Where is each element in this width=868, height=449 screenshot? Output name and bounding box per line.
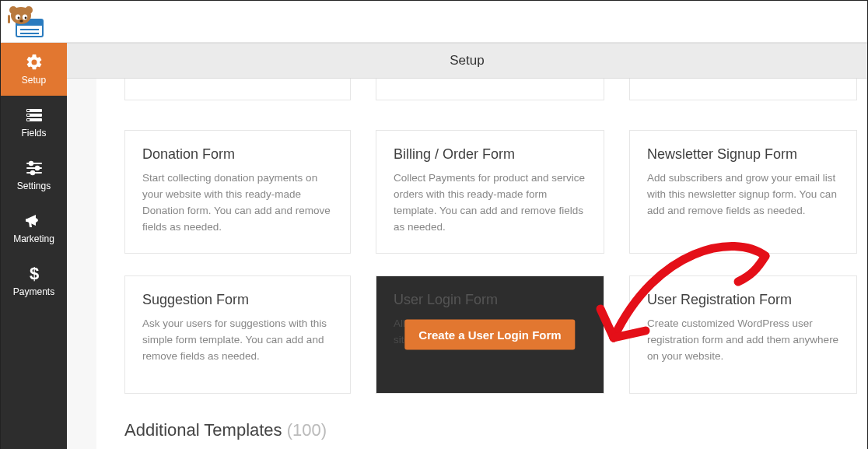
additional-templates-label: Additional Templates [124,420,287,440]
sidebar-label: Setup [22,75,46,86]
card-desc: Create customized WordPress user registr… [647,316,839,365]
svg-rect-16 [27,110,30,111]
card-desc: Ask your users for suggestions with this… [142,316,333,365]
sidebar-item-setup[interactable]: Setup [1,43,67,96]
gear-icon [25,54,44,71]
card-title: User Login Form [394,292,586,308]
svg-point-9 [18,16,20,19]
additional-templates-heading: Additional Templates (100) [124,420,867,440]
sidebar-label: Payments [13,286,54,297]
svg-point-6 [25,6,33,14]
bullhorn-icon [25,212,44,230]
sidebar-label: Marketing [13,233,54,244]
sidebar-item-fields[interactable]: Fields [1,96,67,149]
template-card-user-login[interactable]: User Login Form Allow your users to easi… [376,275,604,394]
create-user-login-form-button[interactable]: Create a User Login Form [404,319,575,349]
card-title: Donation Form [142,146,333,163]
svg-point-20 [29,161,32,164]
dollar-icon: $ [27,265,41,282]
sidebar: Setup Fields Settings Marketing [1,43,67,449]
page-title: Setup [450,53,484,68]
logo-bar [1,1,867,43]
svg-rect-17 [27,114,30,116]
sidebar-item-settings[interactable]: Settings [1,149,67,202]
template-card-user-registration[interactable]: User Registration Form Create customized… [629,275,857,394]
templates-grid: Donation Form Start collecting donation … [124,130,867,394]
card-title: Billing / Order Form [394,146,586,163]
card-title: Newsletter Signup Form [647,146,839,163]
sidebar-item-marketing[interactable]: Marketing [1,202,67,254]
svg-point-5 [9,6,17,14]
card-title: User Registration Form [647,292,839,308]
partial-row-above [124,79,867,100]
list-icon [25,107,44,124]
sliders-icon [25,160,44,177]
template-card-donation[interactable]: Donation Form Start collecting donation … [124,130,351,254]
svg-point-24 [30,170,33,174]
svg-rect-25 [26,219,28,222]
card-desc: Start collecting donation payments on yo… [142,170,333,236]
additional-templates-count: (100) [287,420,327,440]
svg-point-8 [23,14,27,19]
svg-point-22 [35,166,38,169]
scroll-area: Donation Form Start collecting donation … [96,79,867,449]
template-card-partial[interactable] [376,79,604,100]
template-card-suggestion[interactable]: Suggestion Form Ask your users for sugge… [124,275,351,394]
sidebar-label: Fields [21,128,46,139]
sidebar-item-payments[interactable]: $ Payments [1,254,67,307]
content-area: Setup Donation Form Start collecting don… [67,43,867,449]
template-card-partial[interactable] [629,79,857,100]
page-title-bar: Setup [67,43,867,79]
template-card-newsletter[interactable]: Newsletter Signup Form Add subscribers a… [629,130,857,254]
svg-rect-18 [27,119,30,121]
wpforms-logo [7,4,49,40]
card-desc: Add subscribers and grow your email list… [647,170,839,219]
svg-point-7 [16,14,20,19]
svg-text:$: $ [29,265,38,283]
template-card-billing[interactable]: Billing / Order Form Collect Payments fo… [376,130,604,254]
svg-rect-12 [8,15,10,23]
app-frame: Setup Fields Settings Marketing [0,0,868,449]
template-card-partial[interactable] [124,79,351,100]
sidebar-label: Settings [17,181,51,191]
svg-point-11 [19,19,23,22]
svg-point-10 [25,16,27,19]
card-title: Suggestion Form [142,292,333,308]
card-desc: Collect Payments for product and service… [394,170,586,236]
